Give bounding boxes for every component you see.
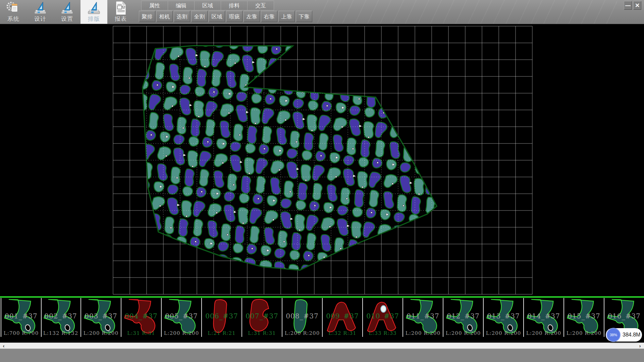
pattern-lr-count: L:200 R:200 — [443, 330, 483, 336]
pattern-thumbnail-13[interactable]: 013_#37L:200 R:200 — [484, 298, 524, 337]
pattern-lr-count: L:132 R:132 — [41, 330, 80, 336]
pattern-thumbnail-14[interactable]: 014_#37L:200 R:200 — [524, 298, 564, 337]
tool-button-7[interactable]: 左靠 — [244, 11, 260, 22]
report-doc-icon — [113, 1, 128, 15]
system-gear-icon — [6, 1, 21, 15]
progress-percent-circle: 38% — [606, 328, 621, 342]
pattern-id-label: 009_#37 — [323, 312, 362, 320]
toolbar-texture — [315, 0, 617, 24]
minimize-button[interactable]: — — [624, 1, 632, 10]
pattern-film-strip: 001_#37L:700 R:700002_#37L:132 R:132003_… — [0, 296, 644, 338]
nav-tab-label: 设计 — [27, 15, 54, 23]
nav-tab-label: 排版 — [80, 15, 107, 23]
scroll-left-icon[interactable]: ‹ — [1, 343, 7, 349]
pattern-lr-count: L:32 R:31 — [323, 330, 362, 336]
pattern-id-label: 002_#37 — [41, 312, 80, 320]
pattern-thumbnail-4[interactable]: 004_#37L:31 R:31 — [121, 298, 162, 337]
nesting-ruler-icon — [87, 1, 101, 15]
pattern-thumbnail-9[interactable]: 009_#37L:32 R:31 — [323, 298, 363, 337]
tool-button-10[interactable]: 下靠 — [296, 11, 312, 22]
status-bar — [0, 349, 644, 362]
pattern-thumbnail-12[interactable]: 012_#37L:200 R:200 — [443, 298, 484, 337]
design-ruler-icon — [33, 1, 48, 15]
main-toolbar: 系统设计设置排版报表 属性编辑区域排料交互 聚排相机选割全割区域瑕疵左靠右靠上靠… — [0, 0, 644, 24]
pattern-id-label: 012_#37 — [443, 312, 483, 320]
pattern-lr-count: L:31 R:31 — [121, 330, 161, 336]
nav-tab-2[interactable]: 设计 — [27, 0, 54, 24]
pattern-id-label: 016_#37 — [604, 312, 644, 320]
tool-button-3[interactable]: 选割 — [174, 11, 190, 22]
pattern-lr-count: L:200 R:200 — [162, 330, 201, 336]
nav-tab-5[interactable]: 报表 — [107, 0, 134, 24]
nesting-canvas[interactable] — [0, 24, 644, 296]
pattern-lr-count: L:33 R:33 — [363, 330, 402, 336]
scroll-right-icon[interactable]: › — [637, 343, 643, 349]
pattern-thumbnail-1[interactable]: 001_#37L:700 R:700 — [1, 298, 42, 337]
strip-highlight-line — [0, 296, 644, 298]
pattern-thumbnail-10[interactable]: 010_#37L:33 R:33 — [363, 298, 403, 337]
tool-button-8[interactable]: 右靠 — [261, 11, 277, 22]
tool-button-5[interactable]: 区域 — [209, 11, 225, 22]
pattern-thumbnail-8[interactable]: 008_#37L:200 R:200 — [282, 298, 323, 337]
pattern-id-label: 004_#37 — [121, 312, 161, 320]
pattern-lr-count: L:200 R:200 — [564, 330, 604, 336]
pattern-thumbnail-7[interactable]: 007_#37L:31 R:31 — [242, 298, 282, 337]
close-button[interactable]: ✕ — [633, 1, 641, 10]
pattern-id-label: 014_#37 — [524, 312, 564, 320]
menu-item-5[interactable]: 交互 — [248, 1, 274, 10]
pattern-id-label: 003_#37 — [81, 312, 121, 320]
menu-item-4[interactable]: 排料 — [221, 1, 248, 10]
pattern-id-label: 005_#37 — [162, 312, 201, 320]
tool-button-9[interactable]: 上靠 — [278, 11, 295, 22]
pattern-lr-count: L:200 R:200 — [282, 330, 322, 336]
nav-tab-1[interactable]: 系统 — [0, 0, 27, 24]
nav-tab-label: 系统 — [0, 15, 27, 23]
tool-button-4[interactable]: 全割 — [191, 11, 208, 22]
pattern-id-label: 007_#37 — [242, 312, 282, 320]
pattern-lr-count: L:200 R:200 — [403, 330, 443, 336]
settings-ruler-icon — [60, 1, 74, 15]
tool-button-6[interactable]: 瑕疵 — [226, 11, 243, 22]
nav-tab-label: 设置 — [54, 15, 80, 23]
pattern-id-label: 011_#37 — [403, 312, 443, 320]
pattern-thumbnail-15[interactable]: 015_#37L:200 R:200 — [564, 298, 604, 337]
canvas-svg[interactable] — [0, 24, 644, 296]
tool-button-bar: 聚排相机选割全割区域瑕疵左靠右靠上靠下靠 — [139, 11, 313, 22]
menu-item-2[interactable]: 编辑 — [168, 1, 195, 10]
pattern-lr-count: L:700 R:700 — [1, 330, 41, 336]
progress-badge[interactable]: 38% 384.8M — [606, 328, 642, 342]
pattern-lr-count: L:21 R:21 — [202, 330, 241, 336]
nav-tab-3[interactable]: 设置 — [54, 0, 80, 24]
menu-item-1[interactable]: 属性 — [142, 1, 168, 10]
pattern-thumbnail-2[interactable]: 002_#37L:132 R:132 — [41, 298, 81, 337]
pattern-thumbnail-3[interactable]: 003_#37L:200 R:200 — [81, 298, 121, 337]
pattern-id-label: 006_#37 — [202, 312, 241, 320]
pattern-lr-count: L:200 R:200 — [81, 330, 121, 336]
nav-tab-4[interactable]: 排版 — [80, 0, 107, 24]
progress-size-label: 384.8M — [623, 328, 640, 342]
pattern-id-label: 013_#37 — [484, 312, 523, 320]
pattern-thumbnail-6[interactable]: 006_#37L:21 R:21 — [202, 298, 242, 337]
pattern-id-label: 001_#37 — [1, 312, 41, 320]
pattern-lr-count: L:200 R:200 — [484, 330, 523, 336]
pattern-thumbnail-11[interactable]: 011_#37L:200 R:200 — [403, 298, 443, 337]
tool-button-2[interactable]: 相机 — [156, 11, 173, 22]
tool-button-1[interactable]: 聚排 — [139, 11, 155, 22]
menu-bar: 属性编辑区域排料交互 — [141, 1, 274, 10]
pattern-id-label: 015_#37 — [564, 312, 604, 320]
menu-item-3[interactable]: 区域 — [195, 1, 221, 10]
pattern-id-label: 008_#37 — [282, 312, 322, 320]
horizontal-scrollbar[interactable]: ‹ › — [0, 343, 644, 349]
app-window: 系统设计设置排版报表 属性编辑区域排料交互 聚排相机选割全割区域瑕疵左靠右靠上靠… — [0, 0, 644, 362]
pattern-lr-count: L:200 R:200 — [524, 330, 564, 336]
pattern-thumbnail-5[interactable]: 005_#37L:200 R:200 — [162, 298, 202, 337]
nav-tab-label: 报表 — [107, 15, 134, 23]
pattern-lr-count: L:31 R:31 — [242, 330, 282, 336]
pattern-id-label: 010_#37 — [363, 312, 402, 320]
